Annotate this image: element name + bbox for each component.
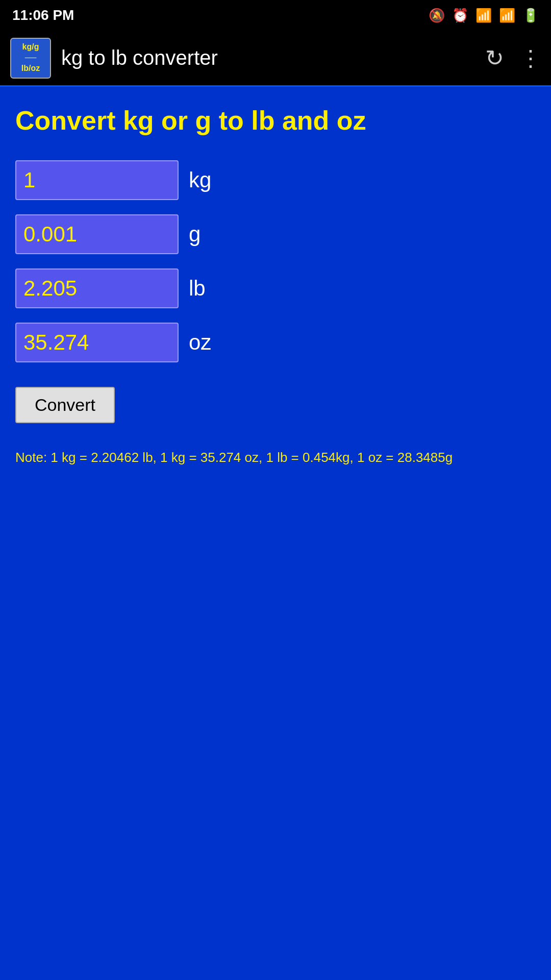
kg-label: kg [189, 168, 211, 192]
alarm-icon: ⏰ [452, 8, 468, 23]
lb-row: lb [15, 268, 536, 308]
signal-icon: 📶 [499, 8, 515, 23]
refresh-icon[interactable]: ↻ [485, 45, 504, 71]
oz-row: oz [15, 323, 536, 362]
note-text: Note: 1 kg = 2.20462 lb, 1 kg = 35.274 o… [15, 448, 536, 468]
status-bar: 11:06 PM 🔕 ⏰ 📶 📶 🔋 [0, 0, 551, 31]
app-bar: kg/g──lb/oz kg to lb converter ↻ ⋮ [0, 31, 551, 87]
app-icon-text: kg/g──lb/oz [21, 42, 40, 74]
lb-input[interactable] [15, 268, 179, 308]
battery-icon: 🔋 [522, 8, 539, 23]
g-label: g [189, 222, 201, 247]
oz-input[interactable] [15, 323, 179, 362]
convert-button[interactable]: Convert [15, 387, 115, 423]
kg-row: kg [15, 160, 536, 200]
app-title: kg to lb converter [61, 46, 485, 69]
more-options-icon[interactable]: ⋮ [519, 45, 541, 71]
lb-label: lb [189, 276, 206, 301]
page-heading: Convert kg or g to lb and oz [15, 105, 536, 136]
app-bar-actions: ↻ ⋮ [485, 45, 541, 71]
g-input[interactable] [15, 214, 179, 254]
main-content: Convert kg or g to lb and oz kg g lb oz … [0, 87, 551, 483]
wifi-icon: 📶 [475, 8, 492, 23]
kg-input[interactable] [15, 160, 179, 200]
mute-icon: 🔕 [429, 8, 445, 23]
status-icons: 🔕 ⏰ 📶 📶 🔋 [429, 8, 539, 23]
g-row: g [15, 214, 536, 254]
oz-label: oz [189, 330, 211, 355]
app-icon: kg/g──lb/oz [10, 38, 51, 79]
status-time: 11:06 PM [12, 7, 74, 23]
